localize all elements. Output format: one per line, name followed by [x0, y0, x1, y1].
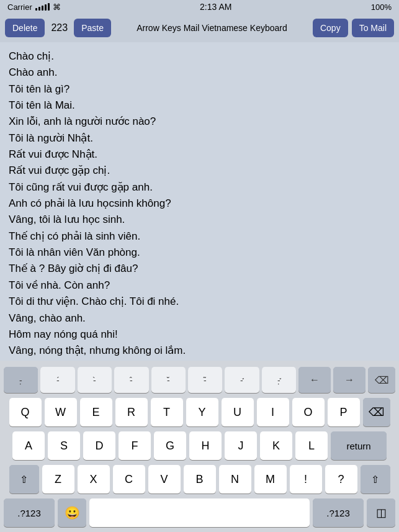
tone-key-horn-below[interactable]: -̛̣	[262, 367, 296, 393]
battery-indicator: 100%	[371, 2, 392, 12]
key-m[interactable]: M	[254, 465, 287, 494]
text-line: Hôm nay nóng quá nhi!	[9, 327, 390, 343]
paste-button[interactable]: Paste	[74, 19, 111, 37]
key-l[interactable]: L	[295, 431, 328, 460]
text-line: Chào chị.	[9, 48, 390, 65]
delete-button[interactable]: Delete	[5, 19, 45, 37]
key-q[interactable]: Q	[9, 398, 42, 426]
text-line: Rất vui được Nhật.	[9, 147, 390, 163]
key-d[interactable]: D	[83, 431, 115, 460]
text-line: Anh có phải là lưu họcsinh không?	[9, 196, 390, 212]
key-p[interactable]: P	[328, 398, 360, 426]
text-line: Chào anh.	[9, 65, 390, 81]
tone-key-breve[interactable]: -̆	[151, 367, 186, 393]
emoji-key[interactable]: 😀	[58, 498, 86, 527]
key-t[interactable]: T	[151, 398, 183, 426]
tone-key-grave[interactable]: -̀	[78, 367, 112, 393]
key-i[interactable]: I	[257, 398, 289, 426]
key-v[interactable]: V	[148, 465, 181, 494]
key-n[interactable]: N	[219, 465, 251, 494]
time-display: 2:13 AM	[200, 2, 231, 12]
text-line: Rất vui được gặp chị.	[9, 163, 390, 179]
key-h[interactable]: H	[189, 431, 222, 460]
key-row-2: A S D F G H J K L return	[0, 429, 399, 462]
key-s[interactable]: S	[48, 431, 80, 460]
tone-key-horn[interactable]: -̛	[225, 367, 259, 393]
carrier-info: Carrier ⌘	[7, 2, 61, 12]
keyboard: -̣ -́ -̀ -̂ -̆ -̃ -̛ -̛̣ ← → ⌫ Q W E R T…	[0, 361, 399, 532]
text-line: Tôi tên là Mai.	[9, 97, 390, 114]
toolbar: Delete 223 Paste Arrow Keys Mail Vietnam…	[0, 14, 399, 42]
wifi-icon: ⌘	[53, 2, 61, 12]
shift-key-right[interactable]: ⇧	[361, 465, 390, 494]
return-key[interactable]: return	[331, 431, 387, 460]
key-k[interactable]: K	[260, 431, 292, 460]
bottom-row: .?123 😀 .?123 ◫	[0, 496, 399, 532]
text-line: Tôi là nhân viên Văn phòng.	[9, 245, 390, 261]
key-row-1: Q W E R T Y U I O P ⌫	[0, 395, 399, 429]
key-j[interactable]: J	[225, 431, 257, 460]
key-c[interactable]: C	[113, 465, 145, 494]
text-line: Xin lỗi, anh là người nước nào?	[9, 114, 390, 130]
key-exclamation[interactable]: !	[290, 465, 322, 494]
text-line: Vâng, nóng thật, nhưng không oi lắm.	[9, 343, 390, 359]
tone-key-tilde[interactable]: -̃	[188, 367, 222, 393]
backspace-key[interactable]: ⌫	[368, 367, 395, 393]
tone-key-hook-below[interactable]: -̣	[4, 367, 38, 393]
carrier-label: Carrier	[7, 2, 32, 12]
key-x[interactable]: X	[78, 465, 110, 494]
key-row-3: ⇧ Z X C V B N M ! ? ⇧	[0, 462, 399, 496]
right-arrow-key[interactable]: →	[333, 367, 365, 393]
text-line: Tôi là người Nhật.	[9, 130, 390, 147]
char-count: 223	[48, 22, 70, 34]
keyboard-dismiss-key[interactable]: ◫	[367, 498, 395, 527]
key-w[interactable]: W	[45, 398, 77, 426]
text-area[interactable]: Chào chị.Chào anh.Tôi tên là gì?Tôi tên …	[0, 42, 399, 361]
key-e[interactable]: E	[80, 398, 112, 426]
tone-key-acute[interactable]: -́	[40, 367, 74, 393]
numbers-key-right[interactable]: .?123	[313, 498, 364, 527]
to-mail-button[interactable]: To Mail	[352, 19, 394, 37]
toolbar-title: Arrow Keys Mail Vietnamese Keyboard	[115, 23, 309, 33]
text-line: Tôi cũng rất vui được gặp anh.	[9, 179, 390, 196]
key-r[interactable]: R	[115, 398, 148, 426]
delete-key-2[interactable]: ⌫	[363, 398, 390, 426]
status-bar: Carrier ⌘ 2:13 AM 100%	[0, 0, 399, 14]
text-line: Tôi về nhà. Còn anh?	[9, 277, 390, 294]
key-o[interactable]: O	[292, 398, 325, 426]
key-z[interactable]: Z	[42, 465, 74, 494]
text-line: Thế à ? Bây giờ chị đi đâu?	[9, 261, 390, 277]
tone-key-circumflex[interactable]: -̂	[114, 367, 148, 393]
text-line: Thế chị có phải là sinh viên.	[9, 228, 390, 245]
copy-button[interactable]: Copy	[313, 19, 348, 37]
text-line: Vâng, tôi là lưu học sinh.	[9, 212, 390, 228]
text-line: Tôi di thư viện. Chào chị. Tôi đi nhé.	[9, 294, 390, 310]
left-arrow-key[interactable]: ←	[298, 367, 331, 393]
shift-key-left[interactable]: ⇧	[9, 465, 39, 494]
key-b[interactable]: B	[184, 465, 216, 494]
key-y[interactable]: Y	[186, 398, 218, 426]
signal-icon	[35, 3, 50, 11]
key-u[interactable]: U	[222, 398, 254, 426]
numbers-key-left[interactable]: .?123	[4, 498, 55, 527]
key-a[interactable]: A	[12, 431, 45, 460]
tone-row: -̣ -́ -̀ -̂ -̆ -̃ -̛ -̛̣ ← → ⌫	[0, 364, 399, 395]
key-f[interactable]: F	[119, 431, 151, 460]
space-key[interactable]	[89, 498, 310, 527]
key-g[interactable]: G	[154, 431, 186, 460]
key-question[interactable]: ?	[325, 465, 357, 494]
text-line: Tôi tên là gì?	[9, 81, 390, 97]
text-line: Vâng, chào anh.	[9, 310, 390, 327]
